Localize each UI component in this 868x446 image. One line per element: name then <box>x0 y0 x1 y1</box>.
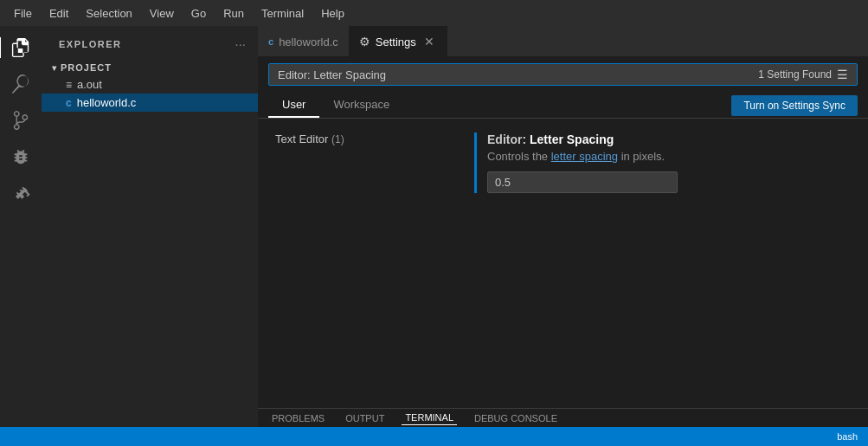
settings-panel: 1 Setting Found ☰ User Workspace Turn on… <box>258 56 868 408</box>
category-label: Text Editor <box>275 133 328 145</box>
project-label: PROJECT <box>61 62 112 73</box>
file-tree: ▾ PROJECT ≡ a.out c helloworld.c <box>42 58 258 113</box>
file-a-out[interactable]: ≡ a.out <box>42 75 258 94</box>
setting-description: Controls the letter spacing in pixels. <box>487 150 851 163</box>
tab-workspace[interactable]: Workspace <box>319 93 403 118</box>
menu-run[interactable]: Run <box>216 5 251 22</box>
project-section[interactable]: ▾ PROJECT <box>42 60 258 75</box>
settings-tabs-row: User Workspace Turn on Settings Sync <box>258 93 868 119</box>
editor-area: c helloworld.c ⚙ Settings ✕ 1 Setting Fo… <box>258 26 868 427</box>
sidebar-actions: ··· <box>233 35 248 53</box>
tab-user[interactable]: User <box>268 93 319 118</box>
sidebar: Explorer ··· ▾ PROJECT ≡ a.out c hellowo… <box>42 26 258 427</box>
file-name-a-out: a.out <box>77 78 102 91</box>
tab-helloworld-label: helloworld.c <box>279 36 338 48</box>
settings-search-input[interactable] <box>278 68 758 81</box>
status-remote[interactable]: bash <box>833 431 861 442</box>
sidebar-title: Explorer <box>59 39 122 49</box>
tab-settings-label: Settings <box>376 36 416 48</box>
setting-value-input[interactable] <box>487 171 678 193</box>
settings-content: Text Editor (1) Editor: Letter Spacing C… <box>258 119 868 408</box>
file-icon-binary: ≡ <box>66 79 72 91</box>
category-count: (1) <box>331 133 344 145</box>
tab-bar: c helloworld.c ⚙ Settings ✕ <box>258 26 868 56</box>
settings-right-panel: Editor: Letter Spacing Controls the lett… <box>457 119 868 408</box>
tab-helloworld-c[interactable]: c helloworld.c <box>258 26 349 56</box>
filter-icon: ☰ <box>837 68 848 81</box>
debug-activity-icon[interactable] <box>6 142 35 171</box>
menu-view[interactable]: View <box>143 5 181 22</box>
status-bar: bash <box>0 427 868 446</box>
menu-selection[interactable]: Selection <box>79 5 138 22</box>
search-activity-icon[interactable] <box>6 69 35 99</box>
turn-on-sync-button[interactable]: Turn on Settings Sync <box>731 95 858 116</box>
settings-search-bar: 1 Setting Found ☰ <box>268 63 858 86</box>
panel-tab-output[interactable]: OUTPUT <box>342 411 388 425</box>
panel-tab-terminal[interactable]: TERMINAL <box>402 410 457 425</box>
file-name-helloworld: helloworld.c <box>77 96 137 109</box>
setting-title-prefix: Editor: <box>487 133 526 146</box>
setting-title: Editor: Letter Spacing <box>487 133 851 146</box>
tab-close-icon[interactable]: ✕ <box>421 34 437 49</box>
menu-terminal[interactable]: Terminal <box>254 5 311 22</box>
settings-found-badge: 1 Setting Found ☰ <box>758 68 848 81</box>
menu-edit[interactable]: Edit <box>42 5 75 22</box>
activity-bar <box>0 26 42 427</box>
sidebar-more-icon[interactable]: ··· <box>233 35 248 53</box>
sidebar-header: Explorer ··· <box>42 26 258 58</box>
main-layout: Explorer ··· ▾ PROJECT ≡ a.out c hellowo… <box>0 26 868 427</box>
panel-tab-debug-console[interactable]: DEBUG CONSOLE <box>471 411 561 425</box>
tab-settings[interactable]: ⚙ Settings ✕ <box>349 26 447 56</box>
explorer-activity-icon[interactable] <box>6 33 35 62</box>
settings-left-panel: Text Editor (1) <box>258 119 457 408</box>
setting-item-letter-spacing: Editor: Letter Spacing Controls the lett… <box>474 133 851 193</box>
menu-file[interactable]: File <box>7 5 39 22</box>
source-control-activity-icon[interactable] <box>6 106 35 135</box>
menu-go[interactable]: Go <box>184 5 213 22</box>
tab-c-icon: c <box>268 36 273 47</box>
setting-title-bold: Letter Spacing <box>530 133 614 146</box>
project-chevron-icon: ▾ <box>52 63 57 73</box>
menu-bar: File Edit Selection View Go Run Terminal… <box>0 0 868 26</box>
settings-tabs: User Workspace <box>268 93 403 118</box>
panel-tab-problems[interactable]: PROBLEMS <box>268 411 328 425</box>
menu-help[interactable]: Help <box>314 5 351 22</box>
file-icon-c: c <box>66 97 72 109</box>
found-count-text: 1 Setting Found <box>758 68 832 81</box>
extensions-activity-icon[interactable] <box>6 178 35 208</box>
category-text-editor[interactable]: Text Editor (1) <box>265 129 450 149</box>
bottom-panel: PROBLEMS OUTPUT TERMINAL DEBUG CONSOLE <box>258 408 868 427</box>
setting-desc-highlight: letter spacing <box>551 150 618 163</box>
file-helloworld-c[interactable]: c helloworld.c <box>42 94 258 112</box>
tab-settings-icon: ⚙ <box>359 35 370 48</box>
